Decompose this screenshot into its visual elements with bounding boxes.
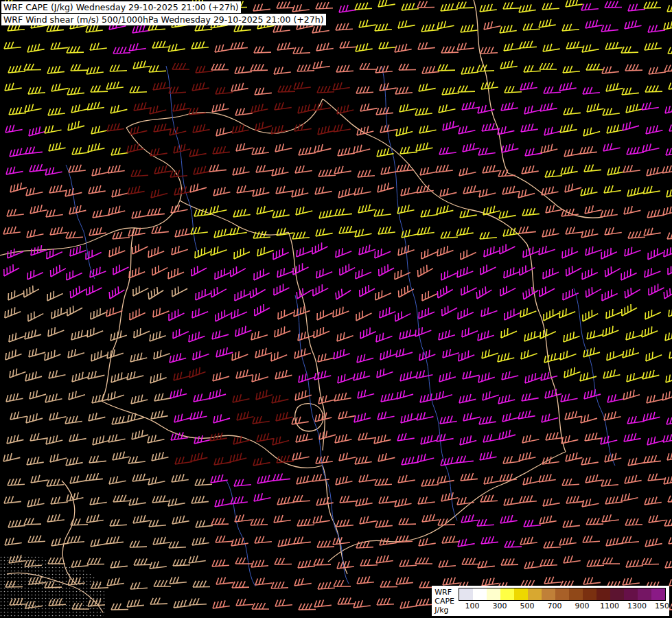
wind-barb — [455, 266, 474, 277]
river-path — [66, 165, 95, 279]
wind-barb — [215, 346, 233, 357]
wind-barb — [520, 392, 538, 401]
wind-barb — [254, 87, 272, 95]
wind-barb — [1, 262, 19, 276]
wind-barb — [273, 66, 291, 74]
wind-barb — [27, 346, 46, 357]
wind-barb — [436, 19, 454, 29]
wind-barb — [168, 125, 186, 135]
wind-barb — [417, 496, 435, 504]
wind-barb — [565, 0, 583, 7]
wind-barb — [647, 24, 665, 32]
wind-barb — [566, 41, 583, 49]
wind-barb — [645, 166, 663, 176]
wind-barb — [375, 148, 393, 157]
wind-barb — [623, 205, 640, 214]
wind-barb — [560, 288, 578, 300]
wind-barb — [130, 393, 148, 404]
wind-barb — [605, 41, 623, 49]
wind-barb — [189, 598, 207, 605]
wind-barb — [523, 104, 541, 114]
wind-barb — [421, 65, 439, 73]
wind-barb — [150, 451, 168, 461]
wind-barb — [108, 330, 127, 341]
wind-barb — [211, 518, 229, 525]
wind-barb — [399, 559, 417, 566]
wind-barb — [460, 472, 478, 481]
wind-barb — [334, 475, 352, 485]
wind-barb — [192, 392, 210, 402]
wind-barb — [89, 349, 108, 361]
wind-barb — [415, 598, 433, 606]
wind-barb — [84, 282, 102, 295]
wind-barb — [316, 352, 334, 362]
wind-barb — [167, 43, 185, 52]
wind-barb — [318, 428, 336, 439]
wind-barb — [277, 496, 294, 505]
wind-barb — [498, 428, 516, 439]
wind-barb — [297, 560, 315, 568]
wind-barb — [621, 119, 640, 130]
wind-barb — [191, 348, 209, 360]
wind-barb — [26, 43, 44, 52]
wind-barb — [502, 266, 520, 278]
wind-barb — [540, 412, 558, 422]
wind-barb — [645, 124, 662, 134]
wind-barb — [212, 146, 230, 154]
wind-barb — [599, 247, 616, 259]
wind-barb — [9, 410, 27, 420]
wind-barb — [441, 119, 460, 130]
wind-barb — [271, 582, 288, 588]
wind-barb — [338, 4, 356, 12]
wind-barb — [666, 450, 672, 460]
wind-barb — [236, 185, 254, 193]
wind-barb — [474, 284, 491, 299]
wind-barb — [29, 163, 47, 172]
wind-barb — [480, 347, 498, 358]
wind-barb — [318, 169, 336, 176]
wind-barb — [23, 328, 42, 339]
legend-swatch — [583, 588, 596, 600]
wind-barb — [256, 474, 274, 483]
legend-scale: 100300500700900110013001500 — [459, 588, 666, 610]
wind-barb — [421, 23, 439, 32]
wind-barb — [314, 307, 332, 320]
wind-barb — [172, 63, 189, 69]
wind-barb — [68, 205, 86, 214]
wind-barb — [356, 576, 374, 584]
wind-barb — [293, 47, 310, 54]
wind-barb — [109, 371, 128, 382]
wind-barb — [150, 187, 167, 198]
wind-barb — [559, 537, 577, 545]
wind-barb — [379, 82, 397, 91]
wind-barb — [277, 42, 294, 50]
wind-barb — [558, 348, 577, 360]
wind-barb — [312, 514, 330, 523]
wind-barb — [310, 283, 328, 296]
wind-barb — [669, 577, 672, 586]
wind-barb — [397, 432, 415, 441]
wind-barb — [336, 519, 354, 527]
wind-barb — [581, 497, 599, 507]
legend-tick-label: 1300 — [627, 602, 647, 610]
river-path — [227, 481, 255, 586]
wind-barb — [668, 81, 672, 89]
wind-barb — [496, 352, 514, 362]
wind-barb — [374, 23, 392, 31]
wind-barb — [333, 123, 351, 132]
wind-barb — [582, 126, 600, 136]
wind-barb — [662, 20, 672, 30]
wind-barb — [603, 452, 621, 462]
wind-barb — [211, 102, 229, 112]
wind-barb — [189, 452, 207, 461]
wind-barb — [393, 497, 411, 507]
wind-barb — [460, 325, 478, 337]
wind-barb — [191, 41, 209, 49]
wind-barb — [275, 266, 294, 277]
wind-barb — [147, 475, 165, 485]
wind-barb — [107, 205, 125, 215]
wind-barb — [462, 558, 479, 564]
wind-barb — [502, 307, 520, 320]
wind-barb — [211, 64, 229, 70]
wind-barb — [332, 536, 350, 545]
